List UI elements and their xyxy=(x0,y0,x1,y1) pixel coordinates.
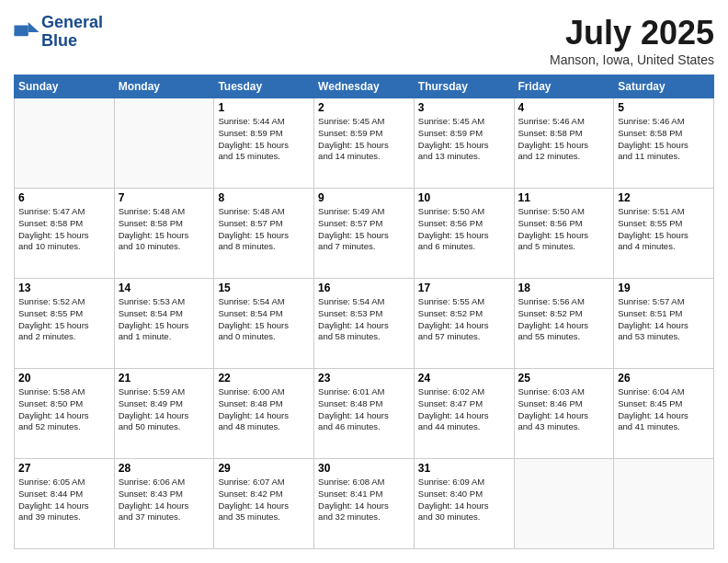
calendar-cell: 16Sunrise: 5:54 AM Sunset: 8:53 PM Dayli… xyxy=(314,279,415,369)
day-number: 11 xyxy=(518,191,610,204)
calendar-cell: 13Sunrise: 5:52 AM Sunset: 8:55 PM Dayli… xyxy=(15,279,115,369)
svg-rect-2 xyxy=(14,33,28,35)
cell-info: Sunrise: 6:06 AM Sunset: 8:43 PM Dayligh… xyxy=(119,477,210,523)
logo: General Blue xyxy=(14,14,103,51)
calendar-cell: 18Sunrise: 5:56 AM Sunset: 8:52 PM Dayli… xyxy=(514,279,614,369)
location: Manson, Iowa, United States xyxy=(550,52,714,67)
day-number: 16 xyxy=(318,282,410,294)
title-area: July 2025 Manson, Iowa, United States xyxy=(550,14,714,67)
cell-info: Sunrise: 5:57 AM Sunset: 8:51 PM Dayligh… xyxy=(618,296,710,343)
cell-info: Sunrise: 5:52 AM Sunset: 8:55 PM Dayligh… xyxy=(18,296,110,343)
calendar-cell: 5Sunrise: 5:46 AM Sunset: 8:58 PM Daylig… xyxy=(614,98,714,189)
calendar-cell xyxy=(15,98,115,189)
cell-info: Sunrise: 6:07 AM Sunset: 8:42 PM Dayligh… xyxy=(218,477,310,523)
day-number: 6 xyxy=(18,191,110,204)
calendar-cell: 21Sunrise: 5:59 AM Sunset: 8:49 PM Dayli… xyxy=(114,369,214,459)
day-number: 29 xyxy=(218,462,310,475)
cell-info: Sunrise: 5:56 AM Sunset: 8:52 PM Dayligh… xyxy=(518,296,610,343)
calendar-cell: 30Sunrise: 6:08 AM Sunset: 8:41 PM Dayli… xyxy=(314,459,415,549)
day-number: 10 xyxy=(418,191,510,204)
calendar-cell: 1Sunrise: 5:44 AM Sunset: 8:59 PM Daylig… xyxy=(214,98,314,189)
day-number: 23 xyxy=(318,372,410,385)
calendar-cell: 4Sunrise: 5:46 AM Sunset: 8:58 PM Daylig… xyxy=(514,98,614,189)
cell-info: Sunrise: 5:51 AM Sunset: 8:55 PM Dayligh… xyxy=(618,206,710,253)
week-row-3: 13Sunrise: 5:52 AM Sunset: 8:55 PM Dayli… xyxy=(15,279,714,369)
calendar-cell: 24Sunrise: 6:02 AM Sunset: 8:47 PM Dayli… xyxy=(414,369,514,459)
calendar-cell xyxy=(514,459,614,549)
cell-info: Sunrise: 5:49 AM Sunset: 8:57 PM Dayligh… xyxy=(318,206,410,253)
cell-info: Sunrise: 5:45 AM Sunset: 8:59 PM Dayligh… xyxy=(418,116,510,163)
calendar-cell: 15Sunrise: 5:54 AM Sunset: 8:54 PM Dayli… xyxy=(214,279,314,369)
cell-info: Sunrise: 5:59 AM Sunset: 8:49 PM Dayligh… xyxy=(119,386,210,433)
day-number: 24 xyxy=(418,372,510,385)
day-number: 8 xyxy=(218,191,310,204)
calendar-cell: 11Sunrise: 5:50 AM Sunset: 8:56 PM Dayli… xyxy=(514,189,614,279)
cell-info: Sunrise: 5:53 AM Sunset: 8:54 PM Dayligh… xyxy=(119,296,210,343)
day-number: 9 xyxy=(318,191,410,204)
calendar-table: Sunday Monday Tuesday Wednesday Thursday… xyxy=(14,75,714,549)
calendar-cell: 23Sunrise: 6:01 AM Sunset: 8:48 PM Dayli… xyxy=(314,369,415,459)
header-saturday: Saturday xyxy=(614,75,714,98)
day-number: 4 xyxy=(518,101,610,114)
calendar-cell: 17Sunrise: 5:55 AM Sunset: 8:52 PM Dayli… xyxy=(414,279,514,369)
cell-info: Sunrise: 6:02 AM Sunset: 8:47 PM Dayligh… xyxy=(418,386,510,433)
calendar-cell: 29Sunrise: 6:07 AM Sunset: 8:42 PM Dayli… xyxy=(214,459,314,549)
cell-info: Sunrise: 5:48 AM Sunset: 8:57 PM Dayligh… xyxy=(218,206,310,253)
header: General Blue July 2025 Manson, Iowa, Uni… xyxy=(14,14,714,67)
calendar-cell: 28Sunrise: 6:06 AM Sunset: 8:43 PM Dayli… xyxy=(114,459,214,549)
cell-info: Sunrise: 5:46 AM Sunset: 8:58 PM Dayligh… xyxy=(618,116,710,163)
header-thursday: Thursday xyxy=(414,75,514,98)
calendar-cell: 3Sunrise: 5:45 AM Sunset: 8:59 PM Daylig… xyxy=(414,98,514,189)
calendar-cell: 31Sunrise: 6:09 AM Sunset: 8:40 PM Dayli… xyxy=(414,459,514,549)
calendar-cell: 20Sunrise: 5:58 AM Sunset: 8:50 PM Dayli… xyxy=(15,369,115,459)
cell-info: Sunrise: 6:08 AM Sunset: 8:41 PM Dayligh… xyxy=(318,477,410,523)
svg-marker-1 xyxy=(28,22,40,32)
calendar-cell xyxy=(114,98,214,189)
day-number: 27 xyxy=(18,462,110,475)
week-row-5: 27Sunrise: 6:05 AM Sunset: 8:44 PM Dayli… xyxy=(15,459,714,549)
day-number: 17 xyxy=(418,282,510,294)
day-number: 14 xyxy=(119,282,210,294)
day-number: 20 xyxy=(18,372,110,385)
day-number: 31 xyxy=(418,462,510,475)
day-number: 13 xyxy=(18,282,110,294)
cell-info: Sunrise: 6:00 AM Sunset: 8:48 PM Dayligh… xyxy=(218,386,310,433)
cell-info: Sunrise: 6:04 AM Sunset: 8:45 PM Dayligh… xyxy=(618,386,710,433)
cell-info: Sunrise: 5:45 AM Sunset: 8:59 PM Dayligh… xyxy=(318,116,410,163)
logo-text-line2: Blue xyxy=(41,32,103,51)
calendar-cell: 9Sunrise: 5:49 AM Sunset: 8:57 PM Daylig… xyxy=(314,189,415,279)
day-number: 28 xyxy=(119,462,210,475)
page: General Blue July 2025 Manson, Iowa, Uni… xyxy=(0,0,728,563)
cell-info: Sunrise: 5:58 AM Sunset: 8:50 PM Dayligh… xyxy=(18,386,110,433)
header-sunday: Sunday xyxy=(15,75,115,98)
header-monday: Monday xyxy=(114,75,214,98)
logo-icon xyxy=(14,22,40,42)
day-number: 3 xyxy=(418,101,510,114)
cell-info: Sunrise: 6:03 AM Sunset: 8:46 PM Dayligh… xyxy=(518,386,610,433)
cell-info: Sunrise: 6:09 AM Sunset: 8:40 PM Dayligh… xyxy=(418,477,510,523)
calendar-cell: 25Sunrise: 6:03 AM Sunset: 8:46 PM Dayli… xyxy=(514,369,614,459)
day-number: 18 xyxy=(518,282,610,294)
header-wednesday: Wednesday xyxy=(314,75,415,98)
day-number: 15 xyxy=(218,282,310,294)
week-row-1: 1Sunrise: 5:44 AM Sunset: 8:59 PM Daylig… xyxy=(15,98,714,189)
header-tuesday: Tuesday xyxy=(214,75,314,98)
cell-info: Sunrise: 5:50 AM Sunset: 8:56 PM Dayligh… xyxy=(418,206,510,253)
week-row-2: 6Sunrise: 5:47 AM Sunset: 8:58 PM Daylig… xyxy=(15,189,714,279)
cell-info: Sunrise: 6:01 AM Sunset: 8:48 PM Dayligh… xyxy=(318,386,410,433)
calendar-cell xyxy=(614,459,714,549)
calendar-cell: 27Sunrise: 6:05 AM Sunset: 8:44 PM Dayli… xyxy=(15,459,115,549)
calendar-cell: 6Sunrise: 5:47 AM Sunset: 8:58 PM Daylig… xyxy=(15,189,115,279)
cell-info: Sunrise: 5:44 AM Sunset: 8:59 PM Dayligh… xyxy=(218,116,310,163)
day-number: 7 xyxy=(119,191,210,204)
calendar-cell: 8Sunrise: 5:48 AM Sunset: 8:57 PM Daylig… xyxy=(214,189,314,279)
cell-info: Sunrise: 5:47 AM Sunset: 8:58 PM Dayligh… xyxy=(18,206,110,253)
cell-info: Sunrise: 5:55 AM Sunset: 8:52 PM Dayligh… xyxy=(418,296,510,343)
day-number: 26 xyxy=(618,372,710,385)
cell-info: Sunrise: 5:48 AM Sunset: 8:58 PM Dayligh… xyxy=(119,206,210,253)
day-number: 1 xyxy=(218,101,310,114)
calendar-cell: 14Sunrise: 5:53 AM Sunset: 8:54 PM Dayli… xyxy=(114,279,214,369)
calendar-cell: 19Sunrise: 5:57 AM Sunset: 8:51 PM Dayli… xyxy=(614,279,714,369)
cell-info: Sunrise: 5:54 AM Sunset: 8:54 PM Dayligh… xyxy=(218,296,310,343)
calendar-cell: 10Sunrise: 5:50 AM Sunset: 8:56 PM Dayli… xyxy=(414,189,514,279)
